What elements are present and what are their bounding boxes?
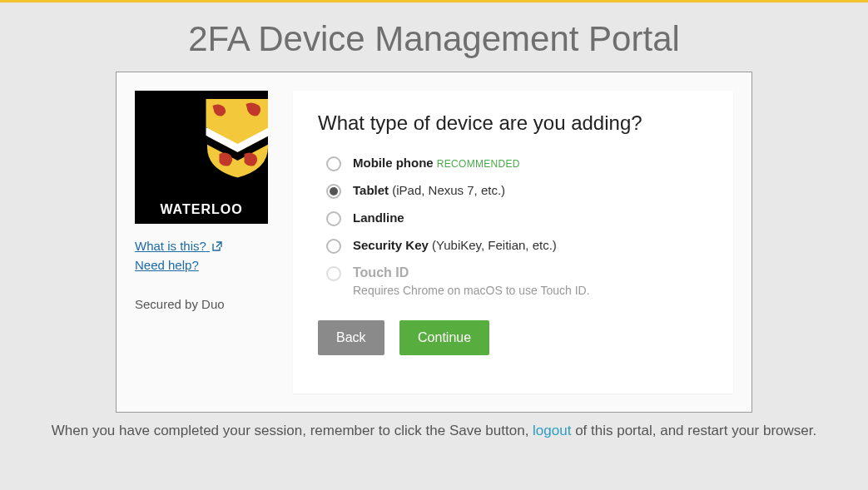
need-help-link[interactable]: Need help? [135,258,276,272]
external-link-icon [212,241,222,251]
device-type-options: Mobile phone RECOMMENDED Tablet (iPad, N… [326,156,708,297]
recommended-badge: RECOMMENDED [437,158,520,170]
duo-content: WATERLOO What is this? Need help? Secure… [117,72,751,412]
radio-security-key[interactable] [326,239,341,254]
logo-text: WATERLOO [135,202,268,217]
what-is-this-label: What is this? [135,239,206,253]
option-mobile-phone[interactable]: Mobile phone RECOMMENDED [326,156,708,171]
page-title: 2FA Device Management Portal [0,19,868,59]
option-security-key[interactable]: Security Key (YubiKey, Feitian, etc.) [326,238,708,254]
duo-frame: WATERLOO What is this? Need help? Secure… [116,72,752,413]
touch-id-note: Requires Chrome on macOS to use Touch ID… [353,284,590,297]
logout-link[interactable]: logout [533,423,571,438]
radio-mobile-phone[interactable] [326,156,341,171]
option-label: Touch ID Requires Chrome on macOS to use… [353,265,590,297]
secured-by-text: Secured by Duo [135,297,276,311]
device-type-question: What type of device are you adding? [318,111,708,135]
top-accent-stripe [0,0,868,2]
sidebar: WATERLOO What is this? Need help? Secure… [135,91,276,393]
option-label: Landline [353,210,404,225]
sidebar-links: What is this? Need help? [135,239,276,272]
option-landline[interactable]: Landline [326,210,708,226]
option-touch-id: Touch ID Requires Chrome on macOS to use… [326,265,708,297]
back-button[interactable]: Back [318,320,384,355]
button-row: Back Continue [318,320,708,355]
option-tablet[interactable]: Tablet (iPad, Nexus 7, etc.) [326,183,708,199]
radio-tablet[interactable] [326,184,341,199]
shield-icon [202,97,268,181]
org-logo: WATERLOO [135,91,268,224]
device-type-card: What type of device are you adding? Mobi… [293,91,733,393]
footer-instruction: When you have completed your session, re… [0,423,868,439]
footer-pre: When you have completed your session, re… [52,423,533,438]
radio-touch-id [326,266,341,281]
what-is-this-link[interactable]: What is this? [135,239,276,253]
continue-button[interactable]: Continue [399,320,489,355]
option-label: Mobile phone RECOMMENDED [353,156,520,170]
option-label: Security Key (YubiKey, Feitian, etc.) [353,238,557,252]
footer-post: of this portal, and restart your browser… [571,423,816,438]
radio-landline[interactable] [326,211,341,226]
option-label: Tablet (iPad, Nexus 7, etc.) [353,183,505,197]
